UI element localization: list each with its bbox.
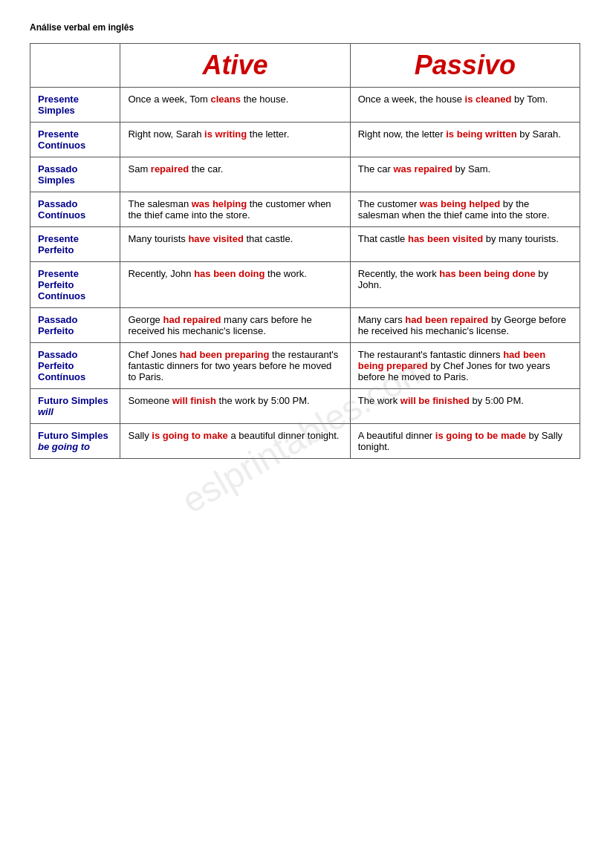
table-row: Presente ContínuosRight now, Sarah is wr… xyxy=(30,123,580,157)
header-empty xyxy=(30,44,120,88)
passive-cell: A beautiful dinner is going to be made b… xyxy=(350,424,580,459)
active-verb: had been preparing xyxy=(180,349,270,360)
passive-cell: That castle has been visited by many tou… xyxy=(350,227,580,262)
active-cell: Chef Jones had been preparing the restau… xyxy=(120,343,350,389)
active-verb: repaired xyxy=(151,163,189,174)
tense-label: Futuro Simples be going to xyxy=(30,424,120,459)
passive-cell: The restaurant's fantastic dinners had b… xyxy=(350,343,580,389)
header-ative: Ative xyxy=(120,44,350,88)
active-cell: Once a week, Tom cleans the house. xyxy=(120,88,350,123)
active-cell: Sally is going to make a beautiful dinne… xyxy=(120,424,350,459)
grammar-table: Ative Passivo Presente SimplesOnce a wee… xyxy=(30,43,580,459)
table-row: Presente Perfeito ContínuosRecently, Joh… xyxy=(30,262,580,308)
table-row: Passado PerfeitoGeorge had repaired many… xyxy=(30,308,580,343)
passive-verb: has been being done xyxy=(439,268,535,279)
header-passivo: Passivo xyxy=(350,44,580,88)
active-verb: was helping xyxy=(192,198,247,209)
active-verb: is going to make xyxy=(152,430,228,441)
active-cell: Right now, Sarah is writing the letter. xyxy=(120,123,350,157)
passive-verb: will be finished xyxy=(400,395,470,406)
table-row: Futuro Simples willSomeone will finish t… xyxy=(30,389,580,424)
table-row: Passado SimplesSam repaired the car.The … xyxy=(30,157,580,192)
table-row: Futuro Simples be going toSally is going… xyxy=(30,424,580,459)
tense-label: Presente Contínuos xyxy=(30,123,120,157)
passive-verb: is being written xyxy=(446,128,516,140)
passive-cell: The customer was being helped by the sal… xyxy=(350,192,580,227)
passive-verb: was repaired xyxy=(393,163,452,174)
table-row: Passado Perfeito ContínuosChef Jones had… xyxy=(30,343,580,389)
page-title: Análise verbal em inglês xyxy=(30,22,580,33)
active-cell: Sam repaired the car. xyxy=(120,157,350,192)
active-verb: cleans xyxy=(211,94,241,105)
passive-cell: The work will be finished by 5:00 PM. xyxy=(350,389,580,424)
active-cell: Recently, John has been doing the work. xyxy=(120,262,350,308)
passive-cell: Recently, the work has been being done b… xyxy=(350,262,580,308)
active-verb: has been doing xyxy=(194,268,265,279)
passive-verb: has been visited xyxy=(408,233,483,244)
passive-verb: was being helped xyxy=(420,198,500,209)
active-cell: Many tourists have visited that castle. xyxy=(120,227,350,262)
table-row: Passado ContínuosThe salesman was helpin… xyxy=(30,192,580,227)
active-verb: have visited xyxy=(188,233,243,244)
passive-verb: is going to be made xyxy=(435,430,526,441)
tense-label: Presente Simples xyxy=(30,88,120,123)
table-row: Presente SimplesOnce a week, Tom cleans … xyxy=(30,88,580,123)
passive-cell: Many cars had been repaired by George be… xyxy=(350,308,580,343)
passive-cell: Once a week, the house is cleaned by Tom… xyxy=(350,88,580,123)
table-row: Presente PerfeitoMany tourists have visi… xyxy=(30,227,580,262)
active-verb: will finish xyxy=(172,395,216,406)
header-row: Ative Passivo xyxy=(30,44,580,88)
active-cell: George had repaired many cars before he … xyxy=(120,308,350,343)
active-cell: The salesman was helping the customer wh… xyxy=(120,192,350,227)
tense-label: Passado Simples xyxy=(30,157,120,192)
active-cell: Someone will finish the work by 5:00 PM. xyxy=(120,389,350,424)
tense-label: Presente Perfeito xyxy=(30,227,120,262)
passive-verb: had been repaired xyxy=(405,314,488,325)
tense-label: Presente Perfeito Contínuos xyxy=(30,262,120,308)
active-verb: is writing xyxy=(204,128,247,140)
passive-cell: The car was repaired by Sam. xyxy=(350,157,580,192)
active-verb: had repaired xyxy=(163,314,221,325)
tense-label: Passado Contínuos xyxy=(30,192,120,227)
passive-verb: had been being prepared xyxy=(358,349,546,371)
passive-verb: is cleaned xyxy=(465,94,512,105)
tense-label: Passado Perfeito Contínuos xyxy=(30,343,120,389)
tense-label: Futuro Simples will xyxy=(30,389,120,424)
passive-cell: Right now, the letter is being written b… xyxy=(350,123,580,157)
tense-label: Passado Perfeito xyxy=(30,308,120,343)
